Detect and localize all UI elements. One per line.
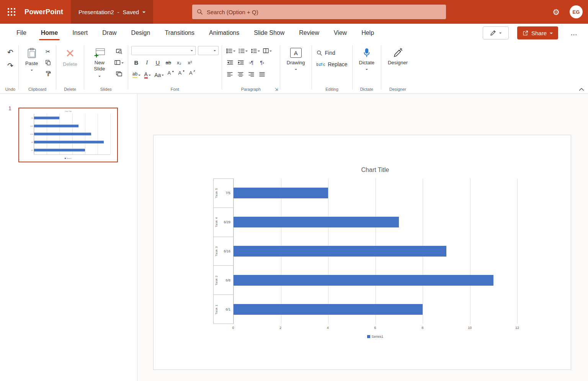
columns-button[interactable]	[262, 46, 273, 56]
chevron-down-icon	[270, 51, 272, 53]
undo-button[interactable]: ↶	[5, 47, 15, 57]
slide-thumbnail-1[interactable]: Chart Title 7/56/296/166/86/1 Series1	[18, 108, 118, 162]
delete-button[interactable]: ✕ Delete	[59, 46, 81, 69]
drawing-label: Drawing	[287, 60, 305, 65]
app-launcher-button[interactable]	[0, 0, 23, 24]
bar-task-1[interactable]	[234, 304, 423, 315]
strikethrough-button[interactable]: ab	[163, 58, 173, 67]
format-painter-button[interactable]	[43, 69, 53, 78]
save-status: Saved	[123, 9, 139, 15]
designer-label: Designer	[388, 60, 408, 65]
ribbon-group-editing: Find b⇄c Replace Editing	[312, 42, 352, 93]
replace-button[interactable]: b⇄c Replace	[315, 61, 349, 68]
tab-design[interactable]: Design	[124, 24, 158, 42]
drawing-button[interactable]: A Drawing	[283, 46, 309, 73]
mini-bar	[34, 116, 59, 119]
paste-button[interactable]: Paste	[22, 46, 41, 74]
tab-animations[interactable]: Animations	[202, 24, 247, 42]
ribbon-group-slides: New Slide	[84, 42, 128, 93]
mini-bar-row: 6/1	[34, 146, 110, 154]
find-button[interactable]: Find	[315, 49, 337, 57]
tab-slide-show[interactable]: Slide Show	[247, 24, 292, 42]
bar-task-4[interactable]	[234, 217, 399, 227]
tab-transitions[interactable]: Transitions	[157, 24, 202, 42]
tab-draw[interactable]: Draw	[95, 24, 124, 42]
chart-plot[interactable]	[233, 178, 517, 324]
tab-review[interactable]: Review	[292, 24, 326, 42]
redo-button[interactable]: ↷	[5, 61, 15, 70]
redo-icon: ↷	[7, 62, 13, 69]
share-button[interactable]: Share	[517, 26, 558, 39]
dictate-button[interactable]: Dictate	[356, 46, 378, 73]
bar-task-3[interactable]	[234, 246, 446, 257]
document-title-button[interactable]: Presentation2 - Saved	[71, 0, 153, 24]
change-case-button[interactable]: Aa	[153, 70, 165, 80]
text-highlight-button[interactable]: ab	[131, 70, 142, 80]
numbering-button[interactable]	[237, 46, 249, 56]
paragraph-dialog-launcher[interactable]: ⇲	[275, 87, 278, 92]
rtl-paragraph-button[interactable]: ¶‹	[257, 58, 267, 67]
collapse-ribbon-button[interactable]	[579, 88, 584, 91]
shrink-font-button[interactable]: A▼	[176, 70, 186, 80]
bar-task-5[interactable]	[234, 188, 328, 198]
font-color-button[interactable]: A	[142, 70, 152, 80]
columns-icon	[263, 48, 269, 53]
tab-help[interactable]: Help	[354, 24, 381, 42]
scissors-icon: ✂	[46, 49, 51, 54]
ribbon-group-delete: ✕ Delete Delete	[56, 42, 84, 93]
tab-home[interactable]: Home	[34, 24, 65, 42]
align-right-button[interactable]	[247, 70, 256, 79]
line-spacing-button[interactable]	[250, 46, 261, 56]
bold-button[interactable]: B	[131, 58, 141, 67]
decrease-indent-button[interactable]	[225, 58, 235, 67]
tab-view[interactable]: View	[327, 24, 354, 42]
chevron-down-icon	[366, 69, 368, 71]
clear-formatting-button[interactable]: A✗	[187, 70, 197, 80]
subscript-button[interactable]: x₂	[174, 58, 184, 67]
mini-bar-row: 6/8	[34, 138, 110, 146]
layout-button[interactable]	[113, 58, 125, 67]
chevron-down-icon	[214, 50, 216, 52]
copy-button[interactable]	[43, 58, 53, 67]
ink-pen-dropdown-button[interactable]	[483, 26, 509, 39]
more-options-button[interactable]: …	[567, 28, 582, 39]
tab-insert[interactable]: Insert	[65, 24, 95, 42]
tab-file[interactable]: File	[9, 24, 34, 42]
ltr-paragraph-button[interactable]: ›¶	[247, 58, 256, 67]
font-group-label: Font	[128, 87, 222, 92]
superscript-button[interactable]: x²	[185, 58, 195, 67]
font-size-select[interactable]	[198, 46, 219, 55]
search-input[interactable]	[207, 9, 441, 15]
account-avatar[interactable]: EG	[570, 5, 583, 18]
align-left-button[interactable]	[225, 70, 235, 79]
bar-task-2[interactable]	[234, 275, 493, 286]
grow-font-button[interactable]: A▲	[166, 70, 176, 80]
date-label: 6/29	[224, 220, 230, 224]
reuse-slides-button[interactable]	[113, 47, 125, 56]
font-name-select[interactable]	[131, 46, 196, 55]
italic-button[interactable]: I	[142, 58, 152, 67]
bullets-button[interactable]	[225, 46, 237, 56]
chart-title[interactable]: Chart Title	[233, 167, 517, 173]
new-slide-button[interactable]: New Slide	[87, 46, 112, 80]
settings-gear-icon[interactable]: ⚙	[552, 8, 560, 16]
underline-button[interactable]: U	[153, 58, 163, 67]
designer-button[interactable]: Designer	[384, 46, 411, 67]
chevron-down-icon	[295, 69, 297, 71]
undo-icon: ↶	[7, 49, 13, 56]
chevron-down-icon	[499, 33, 501, 35]
legend-label: Series1	[372, 335, 384, 338]
align-center-button[interactable]	[236, 70, 246, 79]
justify-button[interactable]	[257, 70, 267, 79]
increase-indent-button[interactable]	[236, 58, 246, 67]
app-top-bar: PowerPoint Presentation2 - Saved ⚙ EG	[0, 0, 588, 24]
search-bar[interactable]	[192, 4, 446, 20]
ribbon-group-paragraph: ›¶ ¶‹	[222, 42, 280, 93]
cut-button[interactable]: ✂	[43, 47, 53, 56]
superscript-icon: x²	[188, 60, 192, 65]
duplicate-slide-button[interactable]	[113, 69, 125, 78]
slide-1-canvas[interactable]: Chart Title Task 57/5Task 46/29Task 36/1…	[153, 135, 571, 370]
delete-group-label: Delete	[56, 87, 84, 92]
chart-bar-row	[234, 295, 517, 324]
pen-icon	[490, 30, 496, 36]
